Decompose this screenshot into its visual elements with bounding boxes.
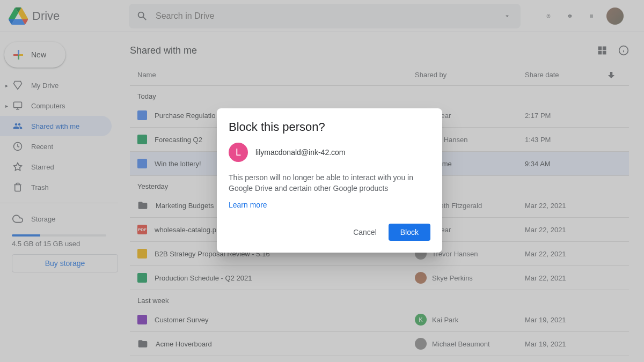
dialog-description: This person will no longer be able to in… (229, 173, 430, 194)
learn-more-link[interactable]: Learn more (229, 201, 267, 209)
dialog-email: lilymacdonald@ink-42.com (255, 148, 346, 157)
dialog-title: Block this person? (229, 120, 430, 134)
block-person-dialog: Block this person? L lilymacdonald@ink-4… (217, 108, 442, 253)
block-button[interactable]: Block (389, 224, 430, 241)
dialog-avatar: L (229, 143, 248, 162)
cancel-button[interactable]: Cancel (346, 224, 384, 241)
dialog-user-row: L lilymacdonald@ink-42.com (229, 143, 430, 162)
